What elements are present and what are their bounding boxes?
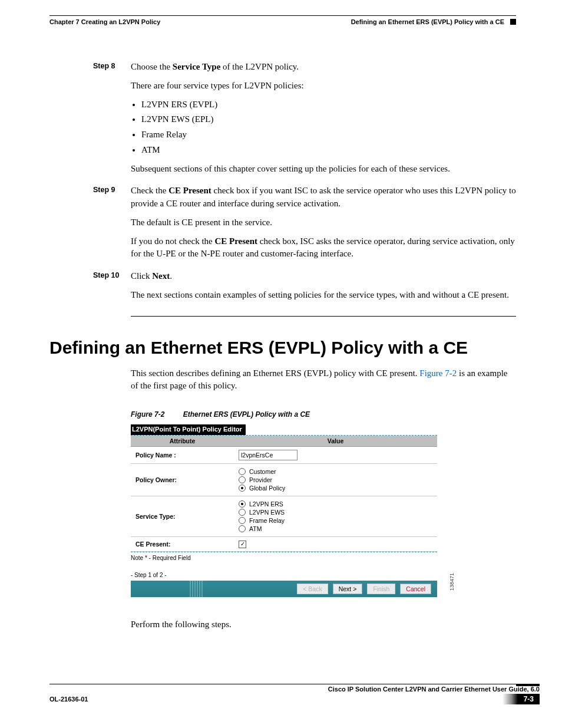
radio-customer[interactable]: Customer xyxy=(239,468,432,475)
figure-ref-link[interactable]: Figure 7-2 xyxy=(419,368,457,378)
editor-title: L2VPN(Point To Point) Policy Editor xyxy=(131,424,246,435)
figure-number: Figure 7-2 xyxy=(131,410,181,419)
step-body: Check the CE Present check box if you wa… xyxy=(131,185,516,266)
figure-title: Ethernet ERS (EVPL) Policy with a CE xyxy=(183,410,310,419)
required-note: Note * - Required Field xyxy=(131,555,437,561)
radio-icon xyxy=(239,476,246,483)
figure-id: 138471 xyxy=(449,573,455,591)
step-text: There are four service types for L2VPN p… xyxy=(131,80,516,93)
header-rule xyxy=(49,15,516,16)
page-number: 7-3 xyxy=(518,694,540,704)
col-attribute: Attribute xyxy=(131,436,234,447)
bullet-item: ATM xyxy=(141,144,516,157)
footer-marker xyxy=(516,684,540,686)
finish-button[interactable]: Finish xyxy=(367,584,395,594)
wizard-bar: < Back Next > Finish Cancel xyxy=(131,581,437,597)
service-type-label: Service Type: xyxy=(131,496,234,537)
after-figure-text: Perform the following steps. xyxy=(131,618,516,631)
cancel-button[interactable]: Cancel xyxy=(400,584,431,594)
radio-frame-relay[interactable]: Frame Relay xyxy=(239,517,432,524)
ce-present-label: CE Present: xyxy=(131,537,234,552)
step-body: Choose the Service Type of the L2VPN pol… xyxy=(131,61,516,181)
step-text: Choose the Service Type of the L2VPN pol… xyxy=(131,61,516,74)
doc-number: OL-21636-01 xyxy=(49,696,88,703)
policy-editor-figure: L2VPN(Point To Point) Policy Editor Attr… xyxy=(131,424,437,597)
policy-owner-label: Policy Owner: xyxy=(131,464,234,496)
section-intro: This section describes defining an Ether… xyxy=(131,367,516,393)
policy-name-input[interactable] xyxy=(239,450,297,460)
running-head-section: Defining an Ethernet ERS (EVPL) Policy w… xyxy=(351,18,504,25)
step-label: Step 8 xyxy=(93,62,131,70)
editor-panel: Attribute Value Policy Name : Policy Own… xyxy=(131,435,437,552)
policy-name-label: Policy Name : xyxy=(135,452,176,459)
radio-l2vpn-ews[interactable]: L2VPN EWS xyxy=(239,509,432,516)
bullet-item: L2VPN EWS (EPL) xyxy=(141,113,516,126)
section-title: Defining an Ethernet ERS (EVPL) Policy w… xyxy=(49,338,516,358)
step-10: Step 10 Click Next. The next sections co… xyxy=(49,270,516,308)
radio-icon xyxy=(239,468,246,475)
step-text: Check the CE Present check box if you wa… xyxy=(131,185,516,210)
radio-icon xyxy=(239,485,246,492)
wizard-step-indicator: - Step 1 of 2 - xyxy=(131,572,437,578)
running-head: Chapter 7 Creating an L2VPN Policy Defin… xyxy=(49,18,516,25)
radio-global-policy[interactable]: Global Policy xyxy=(239,485,432,492)
section-rule xyxy=(131,316,516,317)
bullet-item: L2VPN ERS (EVPL) xyxy=(141,98,516,111)
step-label: Step 9 xyxy=(93,186,131,194)
editor-table: Attribute Value Policy Name : Policy Own… xyxy=(131,436,437,552)
step-text: The next sections contain examples of se… xyxy=(131,289,516,302)
step-9: Step 9 Check the CE Present check box if… xyxy=(49,185,516,266)
radio-icon xyxy=(239,525,246,532)
radio-provider[interactable]: Provider xyxy=(239,476,432,483)
radio-icon xyxy=(239,517,246,524)
step-label: Step 10 xyxy=(93,271,131,279)
ce-present-checkbox[interactable]: ✓ xyxy=(239,541,246,548)
radio-icon xyxy=(239,500,246,508)
running-head-left: Chapter 7 Creating an L2VPN Policy xyxy=(49,18,160,25)
footer-guide: Cisco IP Solution Center L2VPN and Carri… xyxy=(49,684,540,693)
next-button[interactable]: Next > xyxy=(333,584,363,594)
bullet-list: L2VPN ERS (EVPL) L2VPN EWS (EPL) Frame R… xyxy=(131,98,516,157)
radio-atm[interactable]: ATM xyxy=(239,525,432,532)
step-text: Subsequent sections of this chapter cove… xyxy=(131,163,516,176)
step-body: Click Next. The next sections contain ex… xyxy=(131,270,516,308)
col-value: Value xyxy=(234,436,437,447)
radio-icon xyxy=(239,509,246,516)
figure-caption: Figure 7-2 Ethernet ERS (EVPL) Policy wi… xyxy=(131,410,516,419)
step-text: The default is CE present in the service… xyxy=(131,216,516,229)
step-text: If you do not check the CE Present check… xyxy=(131,235,516,261)
step-8: Step 8 Choose the Service Type of the L2… xyxy=(49,61,516,181)
step-text: Click Next. xyxy=(131,270,516,283)
back-button[interactable]: < Back xyxy=(297,584,328,594)
header-marker xyxy=(510,19,516,25)
radio-l2vpn-ers[interactable]: L2VPN ERS xyxy=(239,500,432,508)
bullet-item: Frame Relay xyxy=(141,129,516,141)
page-footer: Cisco IP Solution Center L2VPN and Carri… xyxy=(49,684,540,704)
running-head-right: Defining an Ethernet ERS (EVPL) Policy w… xyxy=(351,18,516,25)
